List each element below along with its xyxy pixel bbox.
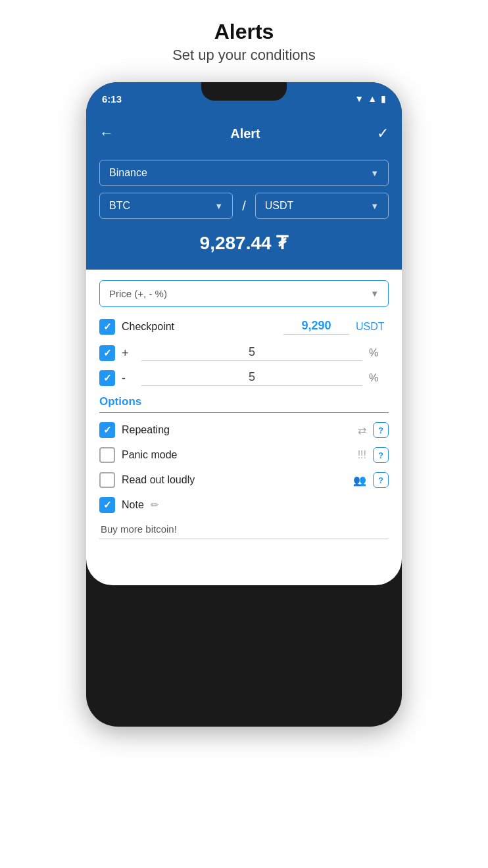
plus-unit: %: [369, 347, 389, 359]
quote-pair-dropdown[interactable]: USDT ▼: [255, 193, 389, 219]
panic-mode-help[interactable]: ?: [373, 447, 389, 463]
back-button[interactable]: ←: [99, 125, 114, 142]
note-input[interactable]: [99, 519, 389, 539]
panic-mode-label: Panic mode: [122, 449, 351, 461]
exchange-dropdown-arrow: ▼: [370, 168, 379, 178]
status-bar: 6:13 ▼ ▲ ▮: [86, 82, 402, 115]
app-navbar: ← Alert ✓: [86, 115, 402, 152]
repeating-checkbox[interactable]: ✓: [99, 422, 115, 438]
repeating-checkmark: ✓: [103, 424, 112, 436]
note-label: Note: [122, 499, 144, 511]
price-display: 9,287.44 ₮: [99, 228, 389, 256]
signal-icon: ▲: [368, 93, 377, 104]
notch: [201, 82, 287, 101]
read-loudly-icon: 👥: [353, 474, 366, 487]
phone-frame: 6:13 ▼ ▲ ▮ ← Alert ✓ Binance ▼ BTC ▼ / U…: [86, 82, 402, 727]
note-checkmark: ✓: [103, 499, 112, 511]
checkpoint-checkmark: ✓: [103, 321, 112, 333]
panic-mode-option-row: Panic mode !!! ?: [99, 447, 389, 463]
confirm-button[interactable]: ✓: [377, 125, 389, 142]
panic-mode-icon: !!!: [358, 449, 366, 461]
exchange-dropdown[interactable]: Binance ▼: [99, 160, 389, 186]
base-dropdown-arrow: ▼: [214, 201, 223, 211]
minus-row: ✓ - 5 %: [99, 370, 389, 386]
condition-dropdown-value: Price (+, - %): [109, 288, 167, 299]
page-title: Alerts: [172, 20, 316, 44]
exchange-dropdown-value: Binance: [109, 167, 147, 179]
base-pair-dropdown[interactable]: BTC ▼: [99, 193, 233, 219]
note-checkbox[interactable]: ✓: [99, 497, 115, 513]
options-header: Options: [99, 395, 389, 413]
checkpoint-checkbox[interactable]: ✓: [99, 319, 115, 335]
checkpoint-unit: USDT: [356, 321, 389, 333]
read-loudly-help[interactable]: ?: [373, 472, 389, 488]
base-pair-value: BTC: [109, 200, 130, 212]
status-icons: ▼ ▲ ▮: [354, 93, 386, 104]
plus-checkbox[interactable]: ✓: [99, 345, 115, 361]
panic-mode-checkbox[interactable]: [99, 447, 115, 463]
plus-row: ✓ + 5 %: [99, 345, 389, 361]
read-loudly-option-row: Read out loudly 👥 ?: [99, 472, 389, 488]
condition-dropdown-arrow: ▼: [370, 289, 379, 299]
minus-checkbox[interactable]: ✓: [99, 370, 115, 386]
pencil-icon: ✏: [151, 499, 159, 511]
read-loudly-label: Read out loudly: [122, 474, 347, 486]
note-row: ✓ Note ✏: [99, 497, 389, 513]
content-area: Price (+, - %) ▼ ✓ Checkpoint 9,290 USDT…: [86, 270, 402, 559]
checkpoint-label: Checkpoint: [122, 321, 277, 333]
pair-row: BTC ▼ / USDT ▼: [99, 193, 389, 219]
minus-unit: %: [369, 372, 389, 384]
phone-bottom: [86, 559, 402, 585]
minus-value[interactable]: 5: [141, 370, 362, 386]
options-section: Options ✓ Repeating ⇄ ? Panic mode !!! ?: [99, 395, 389, 539]
pair-divider: /: [239, 193, 249, 219]
page-subtitle: Set up your conditions: [172, 47, 316, 64]
page-header: Alerts Set up your conditions: [172, 20, 316, 64]
checkpoint-row: ✓ Checkpoint 9,290 USDT: [99, 319, 389, 335]
navbar-title: Alert: [230, 126, 260, 141]
repeating-label: Repeating: [122, 424, 351, 436]
quote-pair-value: USDT: [265, 200, 294, 212]
quote-dropdown-arrow: ▼: [370, 201, 379, 211]
condition-dropdown[interactable]: Price (+, - %) ▼: [99, 280, 389, 307]
minus-label: -: [122, 372, 135, 385]
blue-section: Binance ▼ BTC ▼ / USDT ▼ 9,287.44 ₮: [86, 152, 402, 270]
plus-checkmark: ✓: [103, 347, 112, 359]
repeating-option-row: ✓ Repeating ⇄ ?: [99, 422, 389, 438]
repeating-icon: ⇄: [358, 424, 366, 437]
minus-checkmark: ✓: [103, 372, 112, 384]
status-time: 6:13: [102, 93, 122, 105]
checkpoint-value[interactable]: 9,290: [283, 319, 349, 335]
plus-value[interactable]: 5: [141, 345, 362, 361]
wifi-icon: ▼: [354, 93, 364, 104]
plus-label: +: [122, 347, 135, 360]
battery-icon: ▮: [381, 93, 386, 104]
read-loudly-checkbox[interactable]: [99, 472, 115, 488]
repeating-help[interactable]: ?: [373, 422, 389, 438]
